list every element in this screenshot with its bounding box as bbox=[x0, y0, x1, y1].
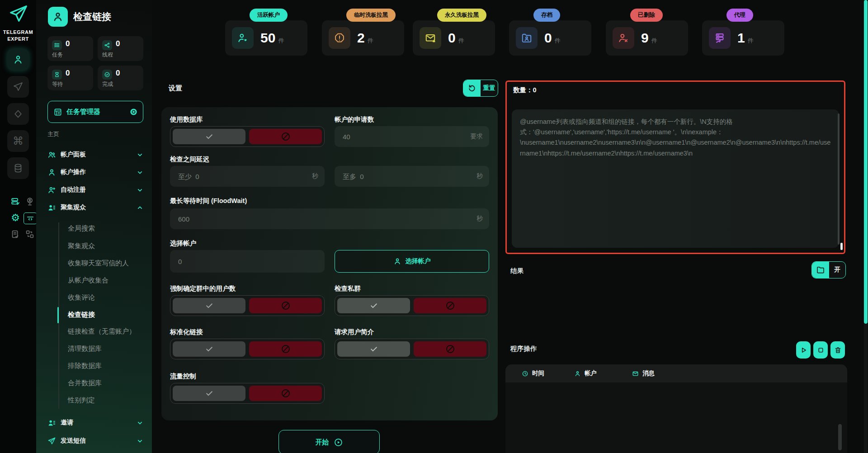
select-account-button[interactable]: 选择帐户 bbox=[335, 250, 489, 273]
requests-input[interactable] bbox=[342, 132, 482, 141]
card-value: 2件 bbox=[357, 30, 373, 46]
submenu-collect-from-accounts[interactable]: 从帐户收集合 bbox=[68, 276, 145, 285]
card-temp-blacklist: 临时洗板拉黑 2件 bbox=[322, 20, 404, 56]
page-scrollbar-thumb[interactable] bbox=[864, 0, 868, 324]
sidebar-item-invite[interactable]: 邀请 bbox=[47, 415, 143, 430]
person-icon bbox=[393, 257, 401, 265]
status-badge: 存档 bbox=[533, 9, 560, 22]
check-private-toggle[interactable] bbox=[335, 295, 489, 316]
rail-premium-button[interactable] bbox=[7, 103, 29, 125]
ban-icon[interactable] bbox=[249, 129, 322, 144]
webcam-icon[interactable] bbox=[24, 196, 35, 207]
folder-user-icon bbox=[516, 27, 538, 49]
clipboard-check-icon[interactable] bbox=[10, 229, 21, 240]
server-check-icon[interactable] bbox=[10, 196, 21, 207]
flow-control-label: 流量控制 bbox=[170, 372, 196, 381]
open-results-button[interactable]: 开 bbox=[811, 261, 846, 278]
ban-icon[interactable] bbox=[249, 298, 322, 313]
run-button[interactable] bbox=[796, 341, 811, 359]
table-header: 时间 帐户 消息 bbox=[505, 364, 847, 382]
submenu-global-search[interactable]: 全局搜索 bbox=[68, 224, 145, 233]
person-icon bbox=[52, 11, 64, 23]
rail-command-button[interactable]: ⌘ bbox=[7, 130, 29, 152]
submenu-collect-comments[interactable]: 收集评论 bbox=[68, 293, 145, 302]
check-circle-icon bbox=[102, 70, 112, 80]
code-window-icon[interactable] bbox=[24, 212, 37, 224]
submenu-gender-detect[interactable]: 性别判定 bbox=[68, 396, 145, 405]
gear-icon[interactable]: ⚙ bbox=[10, 212, 21, 223]
table-scrollbar[interactable] bbox=[838, 424, 842, 450]
use-db-toggle[interactable] bbox=[170, 126, 325, 147]
chevron-up-icon bbox=[137, 204, 143, 211]
normalize-label: 标准化链接 bbox=[170, 328, 203, 336]
floodwait-input[interactable] bbox=[177, 215, 482, 223]
sidebar-item-home[interactable]: 主页 bbox=[47, 130, 59, 138]
check-icon[interactable] bbox=[173, 129, 245, 144]
request-bio-toggle[interactable] bbox=[335, 339, 489, 359]
submenu-collect-chat-writers[interactable]: 收集聊天室写信的人 bbox=[68, 259, 145, 268]
person-heart-icon bbox=[232, 27, 254, 49]
submenu-clean-database[interactable]: 清理数据库 bbox=[68, 344, 145, 353]
col-message: 消息 bbox=[632, 364, 655, 382]
sidebar-item-auto-register[interactable]: 自动注册 bbox=[47, 183, 143, 197]
check-icon[interactable] bbox=[173, 341, 245, 357]
sidebar-item-send-sms[interactable]: 发送短信 bbox=[47, 434, 143, 448]
swap-icon[interactable] bbox=[24, 229, 35, 240]
diamond-icon bbox=[13, 109, 24, 119]
normalize-toggle[interactable] bbox=[170, 339, 325, 359]
person-plus-icon bbox=[47, 186, 56, 194]
submenu-gather-audience[interactable]: 聚集观众 bbox=[68, 242, 145, 250]
status-badge: 永久洗板拉黑 bbox=[437, 9, 486, 22]
stat-label: 等待 bbox=[52, 80, 63, 88]
reset-button[interactable]: 重置 bbox=[463, 80, 498, 97]
clock-icon bbox=[522, 370, 528, 377]
check-icon[interactable] bbox=[173, 386, 245, 401]
select-count-input[interactable] bbox=[177, 257, 317, 266]
stat-label: 任务 bbox=[52, 51, 63, 59]
stop-button[interactable] bbox=[813, 341, 828, 359]
person-list-icon bbox=[47, 203, 56, 212]
sidebar-item-account-panel[interactable]: 帐户面板 bbox=[47, 147, 143, 162]
rail-send-button[interactable] bbox=[7, 76, 29, 98]
card-active-accounts: 活跃帐户 50件 bbox=[225, 20, 307, 56]
ban-icon[interactable] bbox=[414, 341, 486, 357]
check-icon[interactable] bbox=[337, 341, 410, 357]
submenu-check-links-no-account[interactable]: 链接检查（无需账户） bbox=[68, 327, 145, 336]
textarea-scrollbar[interactable] bbox=[838, 113, 840, 245]
person-icon bbox=[574, 370, 581, 377]
start-button[interactable]: 开始 bbox=[278, 430, 380, 453]
stat-value: 0 bbox=[116, 69, 120, 78]
rail-accounts-button[interactable] bbox=[7, 49, 29, 71]
ban-icon[interactable] bbox=[249, 386, 322, 401]
flow-control-toggle[interactable] bbox=[170, 383, 325, 404]
indicator-icon bbox=[130, 108, 137, 116]
stat-done: 0 完成 bbox=[98, 66, 143, 90]
delay-min-input[interactable] bbox=[177, 172, 317, 181]
ban-icon[interactable] bbox=[414, 298, 486, 313]
task-manager-button[interactable]: 任务管理器 bbox=[47, 101, 143, 123]
submenu-exclude-database[interactable]: 排除数据库 bbox=[68, 362, 145, 370]
person-list-icon bbox=[47, 419, 56, 427]
stat-tasks: 0 任务 bbox=[47, 36, 93, 61]
person-icon bbox=[47, 168, 56, 177]
rail-database-button[interactable] bbox=[7, 157, 29, 179]
submenu-merge-database[interactable]: 合并数据库 bbox=[68, 379, 145, 387]
requests-label: 帐户的申请数 bbox=[335, 115, 374, 124]
sidebar-item-account-ops[interactable]: 帐户操作 bbox=[47, 165, 143, 179]
force-count-toggle[interactable] bbox=[170, 295, 325, 316]
stat-label: 完成 bbox=[102, 80, 113, 88]
check-icon[interactable] bbox=[173, 298, 245, 313]
submenu-check-links[interactable]: 检查链接 bbox=[68, 311, 145, 319]
check-icon[interactable] bbox=[337, 298, 410, 313]
sidebar-item-gather-audience[interactable]: 聚集观众 bbox=[47, 200, 143, 215]
delay-max-input[interactable] bbox=[342, 172, 482, 181]
links-textarea[interactable] bbox=[512, 109, 839, 248]
chevron-down-icon bbox=[137, 151, 143, 158]
stat-threads: 0 线程 bbox=[98, 36, 143, 61]
ban-icon[interactable] bbox=[249, 341, 322, 357]
card-archive: 存档 0件 bbox=[509, 20, 591, 56]
resize-handle[interactable] bbox=[840, 243, 843, 250]
delete-button[interactable] bbox=[830, 341, 845, 359]
play-icon bbox=[800, 346, 807, 354]
person-icon bbox=[13, 54, 24, 65]
